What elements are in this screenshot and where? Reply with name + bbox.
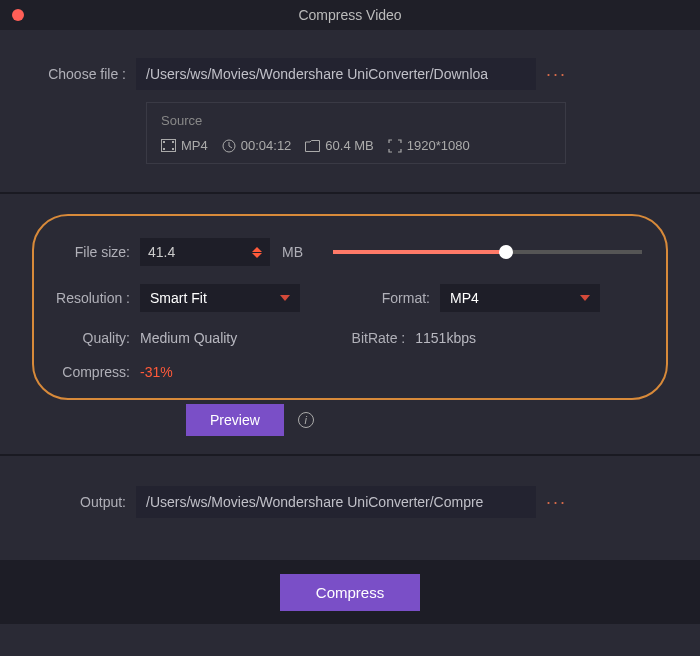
filesize-label: File size:	[52, 244, 140, 260]
source-size: 60.4 MB	[305, 138, 373, 153]
format-label: Format:	[380, 290, 440, 306]
chevron-down-icon[interactable]	[252, 253, 262, 258]
svg-rect-3	[172, 141, 174, 143]
settings-highlight: File size: 41.4 MB Resolution : Sma	[32, 214, 668, 400]
source-format: MP4	[161, 138, 208, 153]
output-field[interactable]: /Users/ws/Movies/Wondershare UniConverte…	[136, 486, 536, 518]
bitrate-label: BitRate :	[345, 330, 415, 346]
quality-label: Quality:	[52, 330, 140, 346]
source-duration-value: 00:04:12	[241, 138, 292, 153]
source-label: Source	[161, 113, 551, 128]
output-browse-button[interactable]: ···	[546, 492, 567, 513]
resolution-value: Smart Fit	[150, 290, 207, 306]
settings-section: File size: 41.4 MB Resolution : Sma	[0, 194, 700, 446]
video-file-icon	[161, 139, 176, 152]
choose-file-field[interactable]: /Users/ws/Movies/Wondershare UniConverte…	[136, 58, 536, 90]
chevron-up-icon[interactable]	[252, 247, 262, 252]
folder-icon	[305, 140, 320, 152]
output-label: Output:	[40, 494, 136, 510]
footer: Compress	[0, 560, 700, 624]
filesize-stepper[interactable]	[252, 247, 262, 258]
choose-file-label: Choose file :	[40, 66, 136, 82]
fullscreen-icon	[388, 139, 402, 153]
chevron-down-icon	[580, 295, 590, 301]
compress-button[interactable]: Compress	[280, 574, 420, 611]
quality-value: Medium Quality	[140, 330, 237, 346]
filesize-value: 41.4	[148, 244, 175, 260]
resolution-label: Resolution :	[52, 290, 140, 306]
bitrate-value: 1151kbps	[415, 330, 476, 346]
source-resolution: 1920*1080	[388, 138, 470, 153]
filesize-unit: MB	[282, 244, 303, 260]
clock-icon	[222, 139, 236, 153]
slider-thumb[interactable]	[499, 245, 513, 259]
source-meta: MP4 00:04:12 60.4 MB 1920*1080	[161, 138, 551, 153]
window-title: Compress Video	[298, 7, 401, 23]
svg-rect-1	[163, 141, 165, 143]
source-duration: 00:04:12	[222, 138, 292, 153]
filesize-slider[interactable]	[333, 244, 642, 260]
window-header: Compress Video	[0, 0, 700, 30]
choose-file-browse-button[interactable]: ···	[546, 64, 567, 85]
output-section: Output: /Users/ws/Movies/Wondershare Uni…	[0, 456, 700, 550]
chevron-down-icon	[280, 295, 290, 301]
svg-rect-4	[172, 148, 174, 150]
close-window-button[interactable]	[12, 9, 24, 21]
source-info-box: Source MP4 00:04:12 60.4 MB	[146, 102, 566, 164]
compress-label: Compress:	[52, 364, 140, 380]
filesize-input[interactable]: 41.4	[140, 238, 270, 266]
source-resolution-value: 1920*1080	[407, 138, 470, 153]
preview-button[interactable]: Preview	[186, 404, 284, 436]
slider-fill	[333, 250, 506, 254]
source-size-value: 60.4 MB	[325, 138, 373, 153]
source-format-value: MP4	[181, 138, 208, 153]
input-section: Choose file : /Users/ws/Movies/Wondersha…	[0, 30, 700, 184]
info-icon[interactable]: i	[298, 412, 314, 428]
compress-value: -31%	[140, 364, 173, 380]
format-value: MP4	[450, 290, 479, 306]
svg-rect-2	[163, 148, 165, 150]
format-select[interactable]: MP4	[440, 284, 600, 312]
resolution-select[interactable]: Smart Fit	[140, 284, 300, 312]
slider-track	[333, 250, 642, 254]
